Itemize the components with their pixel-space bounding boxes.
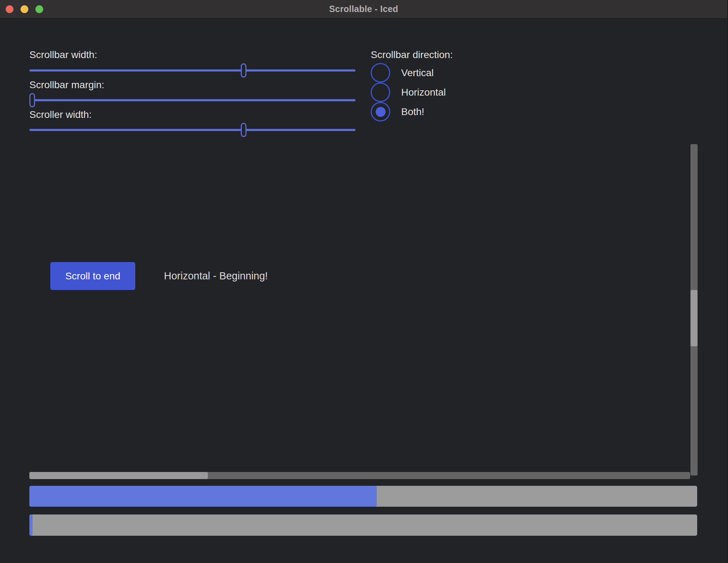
radio-option-label[interactable]: Both!: [401, 106, 424, 118]
radio-dot: [376, 107, 386, 117]
scrollbar-margin-slider[interactable]: [29, 93, 356, 107]
radio-circle[interactable]: [371, 83, 390, 102]
slider-handle[interactable]: [241, 123, 246, 137]
scroll-to-end-button[interactable]: Scroll to end: [50, 262, 135, 290]
minimize-button[interactable]: [21, 5, 28, 13]
scrollbar-width-slider[interactable]: [29, 63, 356, 78]
scroll-status-text: Horizontal - Beginning!: [164, 270, 268, 282]
radio-option-vertical[interactable]: Vertical: [371, 63, 434, 83]
vertical-progress-bar: [29, 514, 697, 536]
button-row: Scroll to end Horizontal - Beginning!: [50, 262, 135, 290]
scroller-width-slider[interactable]: [29, 123, 356, 137]
radio-circle[interactable]: [371, 63, 390, 83]
radio-option-horizontal[interactable]: Horizontal: [371, 83, 446, 102]
close-button[interactable]: [6, 5, 13, 13]
window-title: Scrollable - Iced: [329, 4, 398, 14]
vertical-scrollbar-thumb[interactable]: [690, 290, 698, 346]
radio-option-both[interactable]: Both!: [371, 102, 424, 121]
vertical-scrollbar-track[interactable]: [690, 144, 698, 476]
scrollbar-direction-label: Scrollbar direction:: [371, 49, 453, 61]
horizontal-scrollbar-track[interactable]: [29, 472, 690, 479]
vertical-progress-fill: [29, 514, 33, 536]
traffic-lights: [6, 0, 43, 18]
scrollbar-width-label: Scrollbar width:: [29, 49, 97, 61]
radio-option-label[interactable]: Horizontal: [401, 87, 446, 98]
scroller-width-label: Scroller width:: [29, 109, 92, 121]
horizontal-scrollbar-thumb[interactable]: [29, 472, 208, 479]
radio-option-label[interactable]: Vertical: [401, 67, 434, 79]
zoom-button[interactable]: [35, 5, 43, 13]
horizontal-progress-bar: [29, 486, 697, 507]
slider-handle[interactable]: [241, 63, 246, 78]
titlebar: Scrollable - Iced: [0, 0, 727, 18]
scrollbar-margin-label: Scrollbar margin:: [29, 79, 104, 91]
slider-handle[interactable]: [29, 93, 35, 107]
horizontal-progress-fill: [29, 486, 377, 507]
radio-circle[interactable]: [371, 102, 390, 121]
